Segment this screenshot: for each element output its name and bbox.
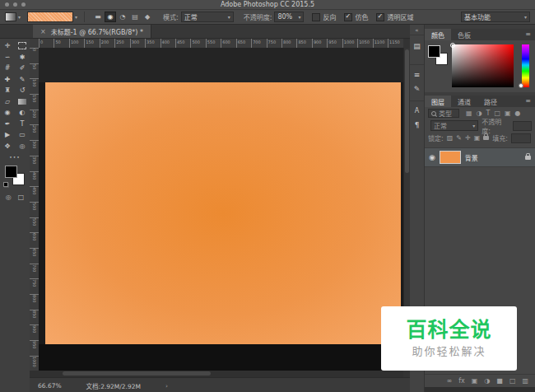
diamond-gradient-style-button[interactable]: ◆ [142,12,153,22]
hand-tool[interactable]: ✥ [0,141,15,152]
eraser-tool[interactable]: ▱ [0,96,15,108]
saturation-brightness-field[interactable] [452,44,514,87]
ruler-label: 0 [30,48,39,63]
type-tool[interactable]: T [15,119,30,130]
ruler-label: 200 [30,110,39,125]
pixel-filter-icon[interactable]: ▦ [466,110,472,117]
dodge-tool[interactable]: ◐ [15,107,30,119]
chevron-down-icon[interactable]: ▾ [75,14,77,20]
ruler-label: 600 [30,232,39,248]
transparency[interactable]: 透明区域 [376,12,413,21]
gradient-preview-swatch[interactable] [27,12,73,22]
dither[interactable]: 仿色 [344,12,368,21]
chevron-down-icon: ▾ [298,14,300,20]
new-layer-icon[interactable]: □ [509,377,516,385]
gradient-tool[interactable] [15,96,30,108]
ruler-label: 50 [54,39,68,48]
opacity-select[interactable]: 80% ▾ [274,12,304,22]
lock-pixels-icon[interactable]: ✎ [456,134,462,142]
layer-mask-icon[interactable]: ▣ [472,377,478,385]
angle-gradient-style-button[interactable]: ◔ [117,12,128,22]
lock-all-icon[interactable] [483,136,489,140]
filter-toggle-icon[interactable]: ● [515,110,521,117]
ruler-label: 1050 [357,39,372,48]
chevron-down-icon[interactable]: ▾ [18,14,21,20]
lock-position-icon[interactable]: ✛ [465,134,471,142]
tab-layers[interactable]: 图层 [425,96,451,107]
linear-gradient-style-button[interactable]: ▬ [92,12,104,22]
layer-blend-mode-select[interactable]: 正常 ▾ [430,120,478,131]
lock-transparent-icon[interactable]: ▨ [447,134,454,142]
brush-tool[interactable]: ✎ [15,74,30,86]
ruler-label: 400 [160,39,175,48]
tab-paths[interactable]: 路径 [477,96,504,107]
status-options-arrow[interactable]: › [165,382,168,390]
edit-toolbar-button[interactable]: ••• [0,154,30,160]
close-tab-icon[interactable]: × [40,28,46,35]
paragraph-panel-icon[interactable]: ¶ [410,118,424,132]
character-panel-icon[interactable]: A [410,100,424,118]
history-panel-icon[interactable]: ▤ [410,39,424,53]
screen-mode-button[interactable]: □ [18,194,25,201]
lasso-tool[interactable]: ∽ [0,52,15,63]
crop-tool[interactable]: # [0,63,15,74]
adjustment-layer-icon[interactable]: ◑ [484,377,490,385]
checkbox-box[interactable] [376,13,384,21]
quick-mask-button[interactable]: ◎ [6,194,12,201]
tab-swatches[interactable]: 色板 [451,29,477,40]
clone-stamp-tool[interactable]: ♜ [0,85,15,96]
blur-tool[interactable]: ◉ [0,107,15,119]
history-brush-tool[interactable]: ↺ [15,85,30,96]
scrollbar-thumb[interactable] [405,49,409,173]
tab-channels[interactable]: 通道 [451,96,477,107]
layer-style-icon[interactable]: fx [458,377,465,385]
radial-gradient-style-button[interactable]: ◉ [105,12,116,22]
layer-row-background[interactable]: ◉ 背景 [425,147,535,167]
move-tool[interactable]: ✛ [0,40,15,52]
default-colors-icon[interactable] [3,182,9,188]
lock-artboard-icon[interactable]: ▣ [474,134,481,142]
checkbox-box[interactable] [344,13,352,21]
collapse-panels-icon[interactable]: « [410,26,424,35]
hue-slider[interactable] [522,44,529,87]
reflected-gradient-style-button[interactable]: ▤ [129,12,141,22]
document-size-info: 文档:2.92M/2.92M [86,381,141,390]
blend-mode-select[interactable]: 正常 ▾ [181,12,234,22]
layer-opacity-field[interactable] [513,121,532,131]
marquee-tool[interactable] [15,40,30,52]
horizontal-scrollbar[interactable] [30,371,403,377]
tool-preset-picker[interactable]: ▾ [5,12,21,21]
zoom-tool[interactable]: ◎ [15,141,30,152]
divider [84,12,85,22]
delete-layer-icon[interactable]: ▥ [522,377,528,385]
quick-selection-tool[interactable]: ✱ [15,52,30,63]
path-selection-tool[interactable]: ▶ [0,129,15,141]
eyedropper-tool[interactable]: ✐ [15,63,30,74]
healing-brush-tool[interactable]: ✚ [0,74,15,86]
document-canvas[interactable] [45,82,401,344]
workspace-select[interactable]: 基本功能 ▾ [461,12,530,22]
document-tab[interactable]: × 未标题-1 @ 66.7%(RGB/8*) * [33,25,151,38]
checkbox-box[interactable] [312,13,320,21]
layer-fill-field[interactable] [511,133,531,143]
pen-tool[interactable]: ✒ [0,119,15,130]
brush-settings-panel-icon[interactable]: ✎ [410,82,424,96]
panel-menu-icon[interactable]: ≡ [521,29,535,40]
new-group-icon[interactable]: ■ [496,377,503,385]
ruler-label: 650 [30,248,39,264]
document-tab-title: 未标题-1 @ 66.7%(RGB/8*) * [51,27,143,36]
layer-filter-select[interactable]: 类型 [428,109,459,118]
checkbox-label: 透明区域 [387,12,413,21]
properties-panel-icon[interactable]: ≡ [410,64,424,82]
chevron-down-icon: ▾ [524,14,527,20]
shape-tool[interactable]: ▭ [15,129,30,141]
panel-menu-icon[interactable]: ≡ [521,96,535,107]
tab-color[interactable]: 颜色 [425,29,451,40]
zoom-level-field[interactable]: 66.67% [38,382,62,390]
reverse[interactable]: 反向 [312,12,336,21]
scrollbar-thumb[interactable] [63,371,211,376]
link-layers-icon[interactable]: ∞ [447,377,453,385]
layer-visibility-icon[interactable]: ◉ [429,153,435,161]
foreground-color-swatch[interactable] [428,45,440,58]
foreground-color-swatch[interactable] [5,166,17,178]
